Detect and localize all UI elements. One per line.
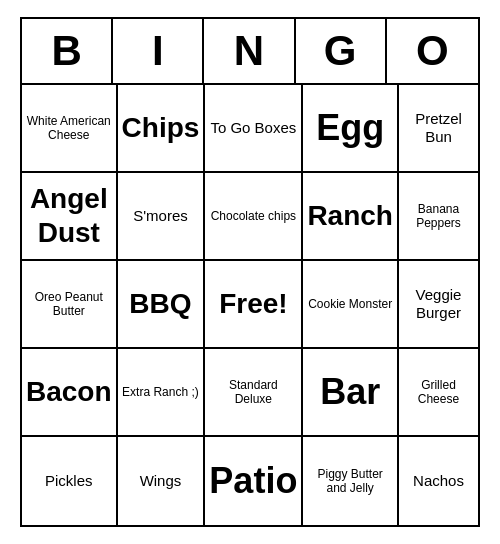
bingo-card: BINGO White American CheeseChipsTo Go Bo…: [20, 17, 480, 527]
bingo-cell-12: Free!: [205, 261, 303, 349]
bingo-cell-4: Pretzel Bun: [399, 85, 478, 173]
bingo-cell-22: Patio: [205, 437, 303, 525]
header-letter-i: I: [113, 19, 204, 83]
bingo-cell-5: Angel Dust: [22, 173, 118, 261]
header-letter-o: O: [387, 19, 478, 83]
bingo-cell-23: Piggy Butter and Jelly: [303, 437, 399, 525]
bingo-cell-6: S'mores: [118, 173, 206, 261]
bingo-cell-24: Nachos: [399, 437, 478, 525]
bingo-grid: White American CheeseChipsTo Go BoxesEgg…: [22, 85, 478, 525]
bingo-cell-10: Oreo Peanut Butter: [22, 261, 118, 349]
bingo-cell-18: Bar: [303, 349, 399, 437]
bingo-cell-11: BBQ: [118, 261, 206, 349]
header-letter-b: B: [22, 19, 113, 83]
header-letter-n: N: [204, 19, 295, 83]
bingo-cell-2: To Go Boxes: [205, 85, 303, 173]
bingo-cell-9: Banana Peppers: [399, 173, 478, 261]
bingo-cell-14: Veggie Burger: [399, 261, 478, 349]
bingo-cell-7: Chocolate chips: [205, 173, 303, 261]
bingo-cell-3: Egg: [303, 85, 399, 173]
bingo-header: BINGO: [22, 19, 478, 85]
bingo-cell-1: Chips: [118, 85, 206, 173]
bingo-cell-13: Cookie Monster: [303, 261, 399, 349]
bingo-cell-20: Pickles: [22, 437, 118, 525]
bingo-cell-19: Grilled Cheese: [399, 349, 478, 437]
bingo-cell-0: White American Cheese: [22, 85, 118, 173]
bingo-cell-16: Extra Ranch ;): [118, 349, 206, 437]
bingo-cell-17: Standard Deluxe: [205, 349, 303, 437]
bingo-cell-21: Wings: [118, 437, 206, 525]
bingo-cell-8: Ranch: [303, 173, 399, 261]
header-letter-g: G: [296, 19, 387, 83]
bingo-cell-15: Bacon: [22, 349, 118, 437]
